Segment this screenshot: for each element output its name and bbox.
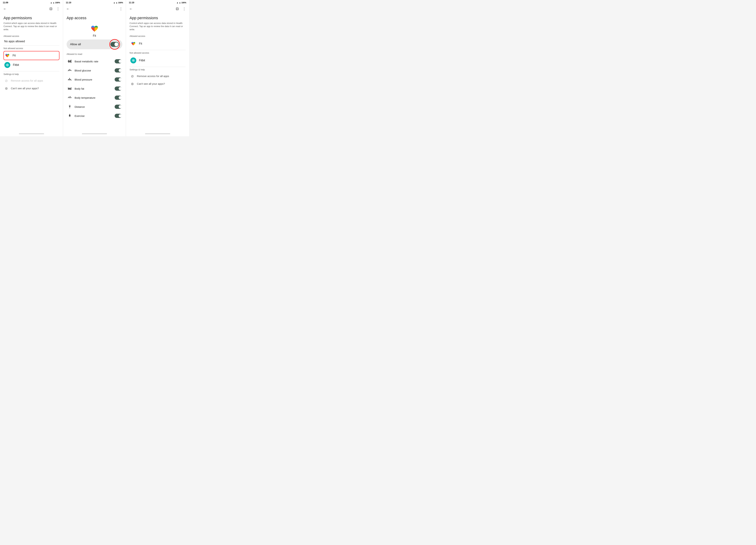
allow-all-row[interactable]: Allow all [67,40,123,49]
more-button-1[interactable]: ⋮ [55,6,61,12]
svg-point-24 [132,61,133,61]
action-bar-right-3: ⊡ ⋮ [174,6,187,12]
svg-rect-15 [70,88,71,90]
svg-point-23 [134,60,135,60]
battery-icon-2: 100% [118,2,123,4]
status-icons-1: ▲ ▲ 100% [50,2,60,4]
perm-body-temperature[interactable]: Body temperature [67,93,123,102]
fit-app-item-3[interactable]: Fit [129,39,186,49]
body-fat-toggle-knob [119,87,122,90]
blood-pressure-name: Blood pressure [75,78,112,81]
wifi-icon-2: ▲ [113,2,115,4]
basal-icon [67,59,72,64]
body-temperature-toggle-knob [119,96,122,99]
remove-access-text-3: Remove access for all apps [137,75,169,78]
distance-toggle[interactable] [115,105,122,109]
back-button-2[interactable]: ← [65,6,71,12]
bottom-handle-3 [145,134,170,134]
cant-see-apps-text-3: Can't see all your apps? [137,82,165,85]
svg-point-2 [7,66,8,66]
svg-point-5 [6,65,7,66]
svg-rect-10 [70,60,71,62]
action-bar-2: ← ⋮ [63,5,126,13]
cant-see-apps-item-3[interactable]: ⊛ Can't see all your apps? [129,80,186,88]
body-temperature-name: Body temperature [75,96,112,99]
perm-blood-pressure[interactable]: Blood pressure [67,75,123,84]
svg-point-3 [6,64,7,65]
action-bar-3: ← ⊡ ⋮ [126,5,189,13]
svg-point-0 [7,64,8,66]
fitbit-icon [4,62,10,68]
blood-glucose-icon [67,68,72,73]
divider-1 [3,45,59,46]
wifi-icon-3: ▲ [177,2,178,4]
block-icon-1: ⊘ [4,79,8,83]
content-3: App permissions Control which apps can a… [126,13,189,132]
search-button-1[interactable]: ⊡ [48,6,54,12]
search-button-3[interactable]: ⊡ [174,6,180,12]
globe-icon-3: ⊛ [130,82,134,86]
panel-app-permissions-1: 11:09 ▲ ▲ 100% ← ⊡ ⋮ App permissions Con… [0,0,63,136]
page-title-1: App permissions [3,16,59,20]
signal-icon-2: ▲ [116,2,118,4]
svg-point-18 [69,114,70,115]
time-1: 11:09 [3,1,8,4]
body-temperature-toggle[interactable] [115,96,122,100]
cant-see-apps-item-1[interactable]: ⊛ Can't see all your apps? [3,85,59,92]
fitbit-app-item-1[interactable]: Fitbit [3,60,59,70]
allowed-access-label-1: Allowed access [3,35,59,37]
svg-point-22 [132,60,133,60]
svg-point-21 [133,61,134,62]
svg-rect-16 [71,87,71,90]
perm-exercise[interactable]: Exercise [67,111,123,120]
exercise-icon [67,113,72,118]
fit-large-icon [90,24,99,34]
basal-toggle-knob [119,60,122,63]
allow-all-label: Allow all [70,43,81,46]
page-subtitle-3: Control which apps can access data store… [129,22,186,31]
remove-access-text-1: Remove access for all apps [11,79,43,82]
fit-app-name-3: Fit [139,42,142,45]
content-2: App access Fit Allow all [63,13,126,132]
globe-icon-1: ⊛ [4,86,8,91]
blood-pressure-toggle-knob [119,78,122,81]
back-button-3[interactable]: ← [128,6,134,12]
perm-basal-metabolic[interactable]: Basal metabolic rate [67,57,123,66]
svg-rect-11 [71,60,71,63]
svg-rect-14 [69,88,70,90]
fitbit-app-item-3[interactable]: Fitbit [129,56,186,65]
more-button-3[interactable]: ⋮ [181,6,187,12]
basal-toggle[interactable] [115,59,122,63]
body-fat-toggle[interactable] [115,87,122,91]
distance-name: Distance [75,105,112,108]
svg-point-19 [133,60,134,61]
bottom-handle-2 [82,134,107,134]
blood-pressure-toggle[interactable] [115,77,122,82]
action-bar-left-2: ← [65,6,71,12]
app-header-name: Fit [93,34,96,37]
action-bar-left-1: ← [2,6,8,12]
fitbit-app-icon-3 [130,57,136,64]
perm-body-fat[interactable]: Body fat [67,84,123,93]
toggle-knob [114,42,118,46]
svg-rect-12 [68,88,69,90]
blood-glucose-toggle[interactable] [115,68,122,73]
action-bar-right-1: ⊡ ⋮ [48,6,61,12]
allow-all-toggle[interactable] [110,42,119,47]
fit-app-item-1[interactable]: Fit [3,51,59,60]
more-button-2[interactable]: ⋮ [118,6,124,12]
exercise-toggle[interactable] [115,114,122,118]
time-3: 11:10 [129,1,134,4]
svg-point-20 [133,59,134,60]
content-1: App permissions Control which apps can a… [0,13,63,132]
fit-app-name-1: Fit [13,54,16,57]
perm-distance[interactable]: Distance [67,102,123,111]
time-2: 11:10 [66,1,71,4]
not-allowed-label-3: Not allowed access [129,52,186,54]
svg-point-1 [7,64,8,64]
back-button-1[interactable]: ← [2,6,8,12]
perm-blood-glucose[interactable]: Blood glucose [67,66,123,75]
body-temperature-icon [67,95,72,100]
not-allowed-label-1: Not allowed access [3,47,59,50]
remove-access-item-3[interactable]: ⊘ Remove access for all apps [129,72,186,80]
